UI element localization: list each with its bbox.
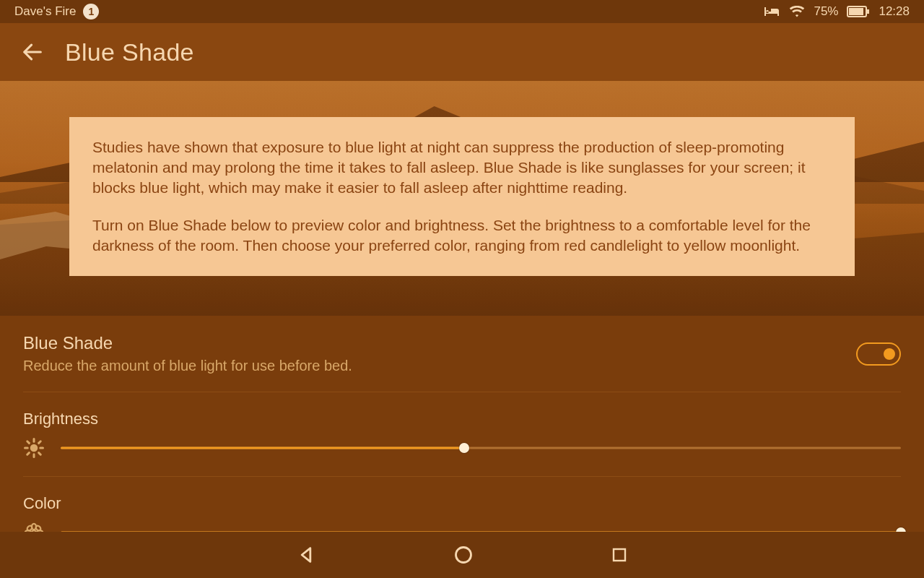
color-label: Color	[23, 494, 901, 513]
toggle-subtitle: Reduce the amount of blue light for use …	[23, 358, 352, 374]
svg-line-11	[39, 441, 41, 444]
battery-percent: 75%	[814, 4, 838, 19]
svg-point-3	[30, 444, 38, 452]
bed-icon	[763, 6, 780, 17]
wifi-icon	[789, 6, 805, 17]
svg-rect-2	[849, 8, 863, 15]
svg-line-8	[27, 441, 30, 444]
info-paragraph-2: Turn on Blue Shade below to preview colo…	[92, 215, 832, 256]
notification-badge[interactable]: 1	[83, 4, 99, 20]
nav-back-button[interactable]	[296, 545, 316, 565]
back-button[interactable]	[20, 40, 45, 64]
system-navbar	[0, 532, 924, 578]
clock: 12:28	[879, 4, 910, 19]
svg-rect-22	[614, 549, 625, 561]
brightness-icon	[23, 437, 45, 459]
page-title: Blue Shade	[65, 38, 194, 66]
brightness-label: Brightness	[23, 410, 901, 428]
brightness-row: Brightness	[23, 392, 901, 477]
status-bar: Dave's Fire 1 75% 12:28	[0, 0, 924, 23]
settings-panel: Blue Shade Reduce the amount of blue lig…	[0, 316, 924, 546]
svg-point-21	[456, 548, 471, 563]
svg-line-10	[27, 453, 30, 455]
nav-home-button[interactable]	[453, 545, 474, 565]
hero-banner: Studies have shown that exposure to blue…	[0, 81, 924, 316]
toggle-title: Blue Shade	[23, 333, 352, 353]
blue-shade-toggle-row: Blue Shade Reduce the amount of blue lig…	[23, 316, 901, 392]
nav-recents-button[interactable]	[611, 546, 628, 564]
brightness-slider[interactable]	[61, 441, 901, 454]
info-card: Studies have shown that exposure to blue…	[69, 117, 855, 276]
blue-shade-toggle[interactable]	[856, 342, 901, 366]
device-name: Dave's Fire	[14, 4, 76, 19]
page-header: Blue Shade	[0, 23, 924, 81]
svg-rect-1	[867, 9, 869, 14]
info-paragraph-1: Studies have shown that exposure to blue…	[92, 137, 832, 198]
svg-line-9	[39, 453, 41, 455]
battery-icon	[847, 6, 870, 17]
